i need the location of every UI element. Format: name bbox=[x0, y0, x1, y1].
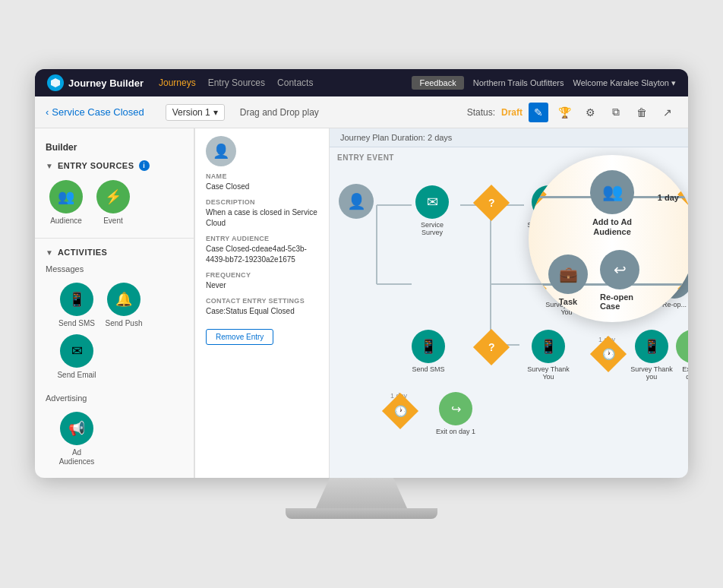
main-content: Builder ▼ ENTRY SOURCES i 👥 Audience ⚡ E… bbox=[35, 128, 688, 478]
survey-thankyou-3[interactable]: 📱 Survey Thank You bbox=[524, 330, 573, 381]
nav-logo: Journey Builder bbox=[47, 74, 144, 91]
zoom-task-icon: 💼 bbox=[548, 254, 588, 294]
frequency-field: FREQUENCY Never bbox=[206, 271, 318, 291]
journey-title: Service Case Closed bbox=[52, 106, 144, 118]
name-field: NAME Case Closed bbox=[206, 172, 318, 192]
nav-journeys[interactable]: Journeys bbox=[159, 77, 196, 88]
send-sms-label: Send SMS bbox=[58, 319, 95, 328]
entry-sources-section[interactable]: ▼ ENTRY SOURCES i bbox=[35, 156, 194, 175]
entry-event-section: 👤 bbox=[206, 136, 318, 166]
remove-entry-button[interactable]: Remove Entry bbox=[206, 329, 273, 345]
entry-sources-grid: 👥 Audience ⚡ Event bbox=[35, 175, 194, 233]
entry-node-circle: 👤 bbox=[339, 184, 374, 219]
send-sms-node-icon: 📱 bbox=[412, 330, 445, 363]
send-sms-node[interactable]: 📱 Send SMS bbox=[412, 330, 445, 373]
survey-thankyou-4-icon: 📱 bbox=[635, 330, 668, 363]
decision-split-1[interactable]: ? bbox=[478, 190, 504, 216]
messages-subsection: Messages 📱 Send SMS 🔔 Send Push ✉ Send bbox=[35, 261, 194, 390]
advertising-grid: 📢 Ad Audiences bbox=[46, 407, 183, 474]
audience-icon: 👥 bbox=[49, 180, 83, 213]
zoom-overlay: 👥 Add to AdAudience 1 day 💼 Task bbox=[529, 155, 688, 322]
org-name: Northern Trails Outfitters bbox=[473, 78, 564, 87]
clock-node-2[interactable]: 🕐 bbox=[387, 398, 413, 424]
zoom-bottom-row: 💼 Task ↩ Re-open Case bbox=[548, 250, 639, 311]
zoom-add-audience-node[interactable]: 👥 Add to AdAudience bbox=[590, 170, 634, 237]
exit-day-1[interactable]: ↪ Exit on day 1 bbox=[436, 392, 475, 435]
version-selector[interactable]: Version 1 ▾ bbox=[166, 104, 225, 121]
edit-icon-button[interactable]: ✎ bbox=[529, 103, 548, 122]
canvas-header: Journey Plan Duration: 2 days bbox=[330, 128, 688, 147]
entry-node[interactable]: 👤 bbox=[339, 184, 374, 219]
decision-split-2[interactable]: ? bbox=[478, 334, 504, 360]
zoom-right-diamond-top bbox=[677, 179, 688, 210]
advertising-subsection: Advertising 📢 Ad Audiences bbox=[35, 390, 194, 477]
service-survey-node[interactable]: ✉ Service Survey bbox=[412, 185, 453, 236]
clock-2-shape: 🕐 bbox=[382, 393, 418, 429]
detail-panel: 👤 NAME Case Closed DESCRIPTION When a ca… bbox=[194, 128, 330, 478]
exit-day-1-icon: ↪ bbox=[439, 392, 472, 425]
sidebar-item-send-push[interactable]: 🔔 Send Push bbox=[103, 283, 144, 328]
contact-settings-label: CONTACT ENTRY SETTINGS bbox=[206, 297, 318, 305]
app-title: Journey Builder bbox=[68, 77, 144, 89]
audience-field: ENTRY AUDIENCE Case Closed-cdeae4ad-5c3b… bbox=[206, 235, 318, 265]
back-button[interactable]: ‹ Service Case Closed bbox=[46, 106, 144, 118]
status-label: Status: bbox=[467, 107, 495, 118]
share-icon-button[interactable]: ↗ bbox=[658, 103, 677, 122]
contact-settings-field: CONTACT ENTRY SETTINGS Case:Status Equal… bbox=[206, 297, 318, 317]
status-value: Draft bbox=[501, 107, 523, 118]
messages-grid: 📱 Send SMS 🔔 Send Push ✉ Send Email bbox=[46, 278, 183, 387]
monitor-wrapper: Journey Builder Journeys Entry Sources C… bbox=[35, 69, 688, 519]
sidebar-item-audience[interactable]: 👥 Audience bbox=[46, 180, 87, 226]
service-survey-icon: ✉ bbox=[415, 185, 449, 219]
feedback-button[interactable]: Feedback bbox=[412, 76, 463, 90]
zoom-task-node[interactable]: 💼 Task bbox=[548, 254, 588, 306]
ad-audiences-label: Ad Audiences bbox=[56, 448, 97, 466]
divider-1 bbox=[35, 238, 194, 239]
info-icon: i bbox=[139, 160, 150, 171]
zoom-add-audience-icon: 👥 bbox=[590, 170, 634, 214]
activities-section[interactable]: ▼ ACTIVITIES bbox=[35, 243, 194, 261]
send-push-icon: 🔔 bbox=[107, 283, 140, 316]
monitor-stand bbox=[316, 478, 407, 508]
survey-thankyou-3-icon: 📱 bbox=[532, 330, 565, 363]
chevron-icon: ▼ bbox=[46, 162, 53, 170]
send-email-icon: ✉ bbox=[60, 334, 93, 368]
sidebar-item-event[interactable]: ⚡ Event bbox=[93, 180, 134, 226]
zoom-day-label: 1 day bbox=[658, 193, 679, 202]
top-nav: Journey Builder Journeys Entry Sources C… bbox=[35, 69, 688, 96]
send-sms-node-label: Send SMS bbox=[412, 365, 444, 373]
sidebar-item-send-sms[interactable]: 📱 Send SMS bbox=[56, 283, 97, 328]
sidebar: Builder ▼ ENTRY SOURCES i 👥 Audience ⚡ E… bbox=[35, 128, 194, 478]
toolbar: ‹ Service Case Closed Version 1 ▾ Drag a… bbox=[35, 96, 688, 128]
nav-contacts[interactable]: Contacts bbox=[277, 77, 313, 88]
sidebar-item-ad-audiences[interactable]: 📢 Ad Audiences bbox=[56, 412, 97, 466]
canvas-content[interactable]: ENTRY EVENT 👤 ✉ Service Survey ? bbox=[330, 147, 688, 476]
nav-entry-sources[interactable]: Entry Sources bbox=[208, 77, 265, 88]
event-label: Event bbox=[103, 217, 123, 226]
exit-day-2[interactable]: ↪ Exit on da... bbox=[676, 330, 688, 381]
frequency-field-label: FREQUENCY bbox=[206, 271, 318, 279]
survey-thankyou-3-label: Survey Thank You bbox=[524, 365, 573, 381]
decision-split-1-shape: ? bbox=[473, 185, 510, 221]
audience-field-value: Case Closed-cdeae4ad-5c3b-4439-bb72-1923… bbox=[206, 244, 318, 265]
clock-node-3[interactable]: 🕐 bbox=[595, 341, 621, 367]
sidebar-item-send-email[interactable]: ✉ Send Email bbox=[56, 334, 97, 380]
zoom-reopen-node[interactable]: ↩ Re-open Case bbox=[600, 250, 639, 311]
zoom-task-label: Task bbox=[559, 297, 577, 306]
decision-split-2-shape: ? bbox=[473, 329, 510, 365]
welcome-text: Welcome Karalee Slayton ▾ bbox=[573, 78, 676, 88]
trophy-icon-button[interactable]: 🏆 bbox=[554, 103, 574, 122]
toolbar-right: Status: Draft ✎ 🏆 ⚙ ⧉ 🗑 ↗ bbox=[467, 103, 677, 122]
activities-chevron-icon: ▼ bbox=[46, 248, 53, 257]
canvas-area: Journey Plan Duration: 2 days bbox=[330, 128, 688, 478]
zoom-reopen-icon: ↩ bbox=[600, 250, 639, 289]
survey-thankyou-4[interactable]: 📱 Survey Thank you bbox=[627, 330, 676, 381]
settings-icon-button[interactable]: ⚙ bbox=[580, 103, 600, 122]
exit-day-2-label: Exit on da... bbox=[676, 365, 688, 381]
entry-event-label: ENTRY EVENT bbox=[337, 153, 394, 162]
copy-icon-button[interactable]: ⧉ bbox=[606, 103, 626, 122]
zoom-left-diamond-top bbox=[529, 179, 547, 210]
send-email-label: Send Email bbox=[57, 371, 96, 380]
delete-icon-button[interactable]: 🗑 bbox=[632, 103, 652, 122]
name-field-label: NAME bbox=[206, 172, 318, 180]
